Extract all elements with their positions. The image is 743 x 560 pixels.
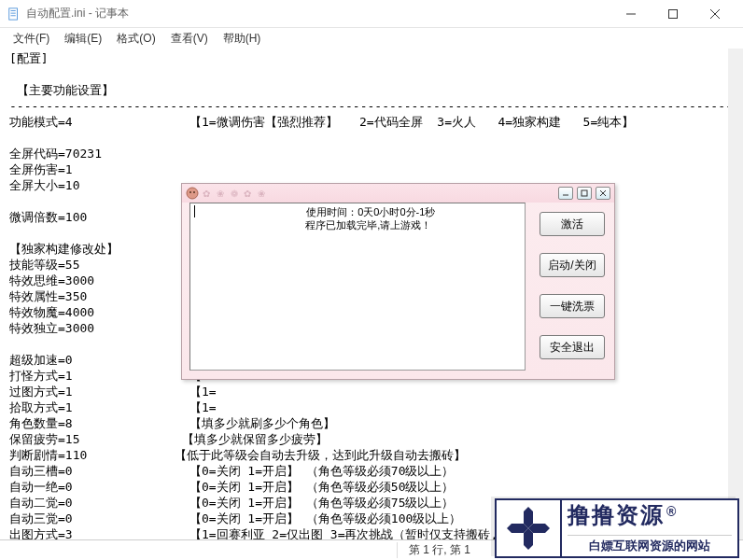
dialog-titlebar[interactable]: ✿ ❀ ❁ ✿ ❀ [182, 184, 614, 203]
dialog-maximize-button[interactable] [577, 187, 592, 200]
window-title: 自动配置.ini - 记事本 [26, 6, 610, 21]
menu-edit[interactable]: 编辑(E) [57, 29, 109, 49]
logo-icon [497, 500, 562, 556]
wash-button[interactable]: 一键洗票 [540, 294, 605, 318]
minimize-button[interactable] [610, 1, 652, 27]
scrollbar-vertical[interactable] [728, 49, 743, 539]
logo-subtitle: 白嫖互联网资源的网站 [568, 538, 732, 554]
menu-view[interactable]: 查看(V) [163, 29, 216, 49]
close-button[interactable] [694, 1, 736, 27]
dialog-icon [186, 187, 199, 200]
startstop-button[interactable]: 启动/关闭 [540, 253, 605, 277]
menu-format[interactable]: 格式(O) [109, 29, 162, 49]
svg-rect-12 [582, 190, 587, 196]
menubar: 文件(F) 编辑(E) 格式(O) 查看(V) 帮助(H) [0, 28, 743, 49]
status-position: 第 1 行, 第 1 [397, 542, 482, 558]
logo-title: 撸撸资源 [568, 504, 665, 526]
watermark-logo: 撸撸资源 ® 白嫖互联网资源的网站 [495, 498, 739, 558]
dialog-text: 使用时间：0天0小时0分-1秒 程序已加载完毕,请上游戏！ [194, 206, 435, 231]
safeexit-button[interactable]: 安全退出 [540, 335, 605, 359]
activate-button[interactable]: 激活 [540, 212, 605, 236]
dialog-minimize-button[interactable] [558, 187, 573, 200]
dialog-textbox[interactable]: 使用时间：0天0小时0分-1秒 程序已加载完毕,请上游戏！ [189, 203, 526, 371]
maximize-button[interactable] [652, 1, 694, 27]
titlebar: 自动配置.ini - 记事本 [0, 0, 743, 28]
svg-point-9 [189, 191, 191, 193]
dialog-decoration: ✿ ❀ ❁ ✿ ❀ [203, 189, 267, 199]
child-dialog: ✿ ❀ ❁ ✿ ❀ 使用时间：0天0小时0分-1秒 程序已加载完毕,请上游戏！ … [181, 183, 615, 380]
menu-file[interactable]: 文件(F) [6, 29, 57, 49]
logo-registered: ® [666, 504, 676, 519]
svg-rect-0 [9, 7, 18, 19]
menu-help[interactable]: 帮助(H) [216, 29, 269, 49]
svg-rect-5 [668, 9, 677, 18]
svg-point-8 [187, 188, 198, 199]
dialog-close-button[interactable] [596, 187, 610, 200]
notepad-icon [7, 7, 21, 21]
svg-point-10 [193, 191, 195, 193]
